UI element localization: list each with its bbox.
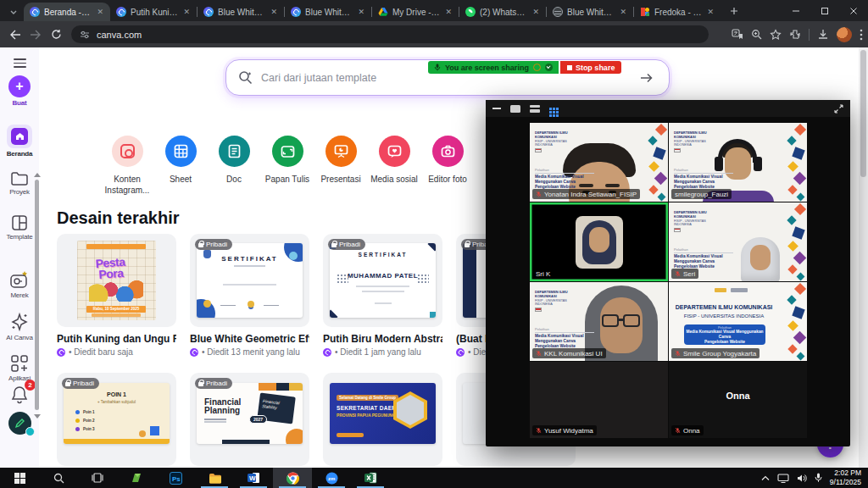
tab-blue-white-2[interactable]: Blue White Geom ✕ — [285, 3, 371, 21]
tab-putih-kuning[interactable]: Putih Kuning dan ✕ — [110, 3, 197, 21]
tab-blue-white-3[interactable]: Blue White Geom ✕ — [547, 3, 633, 21]
browser-menu-kebab-icon[interactable] — [860, 29, 863, 41]
tab-fredoka-fonts[interactable]: Fredoka - Google ✕ — [634, 3, 721, 21]
tab-close-icon[interactable]: ✕ — [270, 8, 278, 17]
participant-tile-kkl[interactable]: DEPARTEMEN ILMU KOMUNIKASI FISIP - UNIVE… — [530, 282, 668, 361]
tab-close-icon[interactable]: ✕ — [706, 8, 715, 17]
tab-close-icon[interactable]: ✕ — [96, 8, 104, 17]
new-tab-button[interactable] — [726, 3, 743, 19]
window-close-button[interactable] — [839, 0, 868, 21]
sidebar-item-beranda[interactable]: Beranda — [0, 125, 39, 158]
page-scrollbar[interactable] — [859, 47, 868, 468]
video-editor-app-icon[interactable] — [117, 468, 156, 488]
category-editor-foto[interactable]: Editor foto — [424, 136, 471, 196]
vbg-course-line: Media Komunikasi Visual Menggunakan Canv… — [674, 254, 740, 264]
task-view-button[interactable] — [78, 468, 117, 488]
avatar-sub-badge — [25, 427, 35, 436]
tab-close-icon[interactable]: ✕ — [619, 8, 627, 17]
vbg-uni-text: FISIP - UNIVERSITAS INDONESIA — [674, 219, 711, 226]
start-button[interactable] — [0, 468, 39, 488]
forward-button[interactable] — [25, 25, 46, 45]
zoom-search-icon[interactable] — [751, 29, 762, 40]
tab-close-icon[interactable]: ✕ — [444, 8, 453, 17]
search-submit-arrow[interactable] — [635, 67, 657, 89]
scroll-down-arrow-icon[interactable] — [34, 414, 41, 419]
speaker-view-icon[interactable] — [510, 105, 520, 113]
share-security-icon[interactable] — [545, 64, 553, 71]
translate-icon[interactable] — [732, 29, 743, 41]
site-settings-icon[interactable] — [80, 30, 90, 40]
sidebar-item-aplikasi[interactable]: Aplikasi — [0, 354, 39, 382]
scroll-up-arrow-icon[interactable] — [34, 173, 41, 177]
stop-share-button[interactable]: Stop share — [560, 61, 622, 74]
zoom-app-icon[interactable]: zm — [312, 468, 351, 488]
gallery-view-icon[interactable] — [549, 108, 552, 110]
extensions-icon[interactable] — [789, 29, 801, 41]
tab-close-icon[interactable]: ✕ — [531, 8, 540, 17]
sidebar-item-buat[interactable]: + Buat — [0, 75, 39, 107]
zoom-minimize-icon[interactable] — [492, 108, 501, 109]
category-instagram[interactable]: Konten Instagram... — [103, 136, 151, 196]
category-doc[interactable]: Doc — [210, 136, 258, 196]
doc-icon — [219, 136, 250, 167]
tab-blue-white-1[interactable]: Blue White Geom ✕ — [198, 3, 284, 21]
tray-chevron-icon[interactable] — [761, 475, 770, 481]
taskbar-search-button[interactable] — [39, 468, 78, 488]
tab-my-drive[interactable]: My Drive - Googl ✕ — [372, 3, 459, 21]
design-card-poin[interactable]: Pribadi POIN 1 + Tambahkan subjudul Poin… — [57, 373, 176, 466]
participant-tile-fauzi[interactable]: DEPARTEMEN ILMU KOMUNIKASI FISIP - UNIVE… — [669, 123, 807, 202]
zoom-meeting-window[interactable]: DEPARTEMEN ILMU KOMUNIKASI FISIP - UNIVE… — [486, 100, 850, 446]
scrollbar-thumb[interactable] — [860, 50, 866, 177]
address-bar[interactable]: canva.com — [71, 25, 709, 43]
menu-hamburger-icon[interactable] — [0, 56, 39, 70]
reload-button[interactable] — [46, 25, 66, 45]
participant-tile-sri-k[interactable]: Sri K — [530, 202, 668, 281]
photoshop-app-icon[interactable]: Ps — [156, 468, 195, 488]
category-sheet[interactable]: Sheet — [157, 136, 204, 196]
sidebar-item-ai-canva[interactable]: AI Canva — [0, 312, 39, 341]
sidebar-item-merek[interactable]: Merek — [0, 269, 39, 299]
fullscreen-expand-icon[interactable] — [834, 104, 843, 114]
notifications-bell[interactable]: 2 — [0, 385, 39, 405]
microphone-icon[interactable] — [815, 473, 822, 483]
word-app-icon[interactable]: W — [234, 468, 273, 488]
scrollbar-thumb[interactable] — [35, 180, 39, 410]
window-minimize-button[interactable] — [782, 0, 810, 21]
speaker-icon[interactable] — [797, 474, 807, 483]
share-audio-icon[interactable] — [533, 64, 541, 71]
design-card-pesta-pora[interactable]: PestaPora Rabu, 10 September 2025 Putih … — [57, 234, 176, 357]
chrome-app-icon[interactable] — [273, 468, 312, 488]
network-display-icon[interactable] — [777, 474, 789, 483]
taskbar-clock[interactable]: 2:02 PM 9/11/2025 — [830, 469, 861, 486]
sidebar-item-label: Template — [0, 233, 39, 241]
participant-tile-smile-group[interactable]: DEPARTEMEN ILMU KOMUNIKASI FISIP - UNIVE… — [669, 282, 807, 361]
browser-tabstrip: Beranda - Canva ✕ Putih Kuning dan ✕ Blu… — [0, 0, 868, 21]
sidebar-item-template[interactable]: Template — [0, 214, 39, 241]
tab-close-icon[interactable]: ✕ — [357, 8, 365, 17]
design-card-blue-white-cert[interactable]: Pribadi SERTIFIKAT Blue White Geometric … — [190, 234, 309, 357]
category-papan-tulis[interactable]: Papan Tulis — [264, 136, 311, 196]
tab-search-chevron-icon[interactable] — [5, 4, 22, 19]
tab-whatsapp[interactable]: (2) WhatsApp ✕ — [459, 3, 546, 21]
participant-tile-onna[interactable]: Onna Onna — [669, 362, 807, 438]
tab-close-icon[interactable]: ✕ — [182, 8, 191, 17]
excel-app-icon[interactable] — [351, 468, 390, 488]
tab-beranda-canva[interactable]: Beranda - Canva ✕ — [24, 3, 110, 21]
back-button[interactable] — [5, 25, 25, 45]
bookmark-star-icon[interactable] — [770, 29, 782, 41]
sidebar-scrollbar[interactable] — [35, 173, 39, 419]
strip-view-icon[interactable] — [530, 105, 540, 113]
design-card-muhammad-patel-cert[interactable]: Pribadi SERTIFIKAT MUHAMMAD PATEL Putih … — [323, 234, 442, 357]
participant-tile-seri[interactable]: DEPARTEMEN ILMU KOMUNIKASI FISIP - UNIVE… — [669, 202, 807, 281]
file-explorer-app-icon[interactable] — [195, 468, 234, 488]
design-card-sekretariat[interactable]: Selamat Datang di Smile Group SEKRETARIA… — [323, 373, 442, 466]
category-media-sosial[interactable]: Media sosial — [370, 136, 418, 196]
zoom-window-header[interactable] — [486, 100, 850, 117]
design-card-financial-planning[interactable]: Pribadi FinancialPlanning Financial Stab… — [190, 373, 309, 466]
participant-tile-yonatan[interactable]: DEPARTEMEN ILMU KOMUNIKASI FISIP - UNIVE… — [530, 123, 668, 202]
window-restore-button[interactable] — [810, 0, 839, 21]
profile-avatar[interactable] — [837, 27, 852, 42]
category-presentasi[interactable]: Presentasi — [317, 136, 364, 196]
participant-tile-yusuf[interactable]: Yusuf Widyatma — [530, 362, 668, 438]
download-icon[interactable] — [817, 29, 829, 41]
